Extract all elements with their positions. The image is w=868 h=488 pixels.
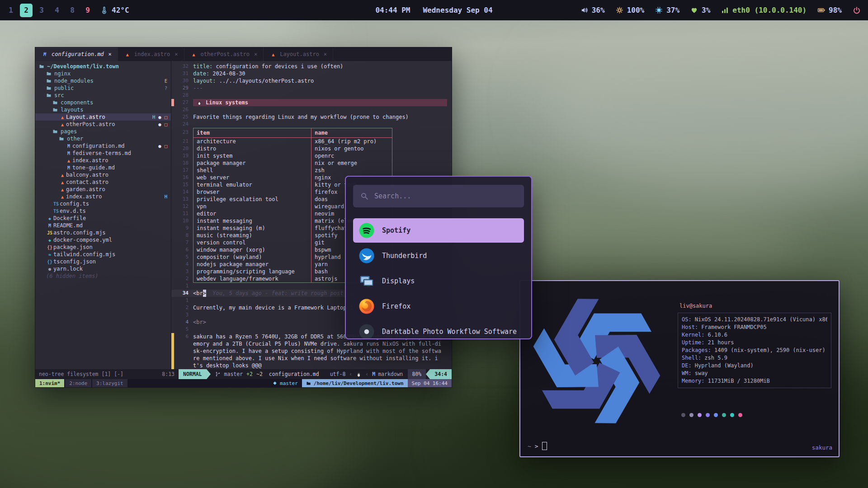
folder-icon [46,85,52,91]
tab-Layout.astro[interactable]: ▲Layout.astro× [264,47,333,61]
tab-close-icon[interactable]: × [254,51,257,57]
tree-item[interactable]: node_modulesE [35,77,171,84]
heart-module[interactable]: 3% [690,6,710,14]
battery-module[interactable]: 98% [817,6,842,14]
tab-close-icon[interactable]: × [324,51,327,57]
palette-dot [722,413,726,417]
tree-item[interactable]: {}tsconfig.json [35,258,171,265]
neotree-cursor-pos: 8:13 [162,371,175,377]
tree-item[interactable]: {}package.json [35,244,171,251]
tree-item[interactable]: ◆docker-compose.yml [35,236,171,244]
astro-file-icon: ▲ [65,158,72,163]
tab-index.astro[interactable]: ▲index.astro× [118,47,184,61]
tree-item[interactable]: Mconfiguration.md●□ [35,142,171,150]
tree-item[interactable]: TSenv.d.ts [35,207,171,215]
launcher-item-spotify[interactable]: Spotify [353,218,524,243]
tab-configuration.md[interactable]: Mconfiguration.md× [35,47,118,61]
tree-item-label: tone-guide.md [72,164,115,171]
fetch-label: DE: [682,362,692,370]
chip-module[interactable]: 37% [655,6,679,14]
launcher-results: SpotifyThunderbirdDisplaysFirefoxDarktab… [353,218,524,339]
tree-item-label: tsconfig.json [53,258,96,265]
workspace-8[interactable]: 8 [66,4,79,17]
tab-close-icon[interactable]: × [108,51,112,57]
tree-item[interactable]: pages [35,128,171,135]
workspace-1[interactable]: 1 [5,4,17,17]
palette-dot [689,413,693,417]
markdown-filetype-icon: M [372,371,375,377]
table-cell-item: item [193,128,311,138]
html-tag: <br [193,290,203,297]
tree-item[interactable]: ▲index.astroH [35,193,171,200]
line-number: 26 [174,106,193,113]
workspace-3[interactable]: 3 [35,4,48,17]
tree-item[interactable]: other [35,135,171,142]
launcher-item-thunderbird[interactable]: Thunderbird [353,244,524,268]
launcher-item-displays[interactable]: Displays [353,269,524,293]
volume-module[interactable]: 36% [580,6,605,14]
tree-item[interactable]: layouts [35,106,171,113]
tmux-window-1:nvim*[interactable]: 1:nvim* [35,379,64,387]
tree-item[interactable]: nginx [35,70,171,77]
tmux-window-2:node[interactable]: 2:node [65,379,91,387]
network-module[interactable]: eth0 (10.0.0.140) [721,6,807,14]
tree-item[interactable]: ▲garden.astro [35,186,171,193]
tree-item[interactable]: src [35,92,171,99]
tree-item[interactable]: Mfediverse-terms.md [35,150,171,157]
workspace-2[interactable]: 2 [20,4,33,17]
powerline-arrow [207,369,211,379]
tree-item[interactable]: ▲Layout.astroH●□ [35,113,171,121]
darktable-icon [359,324,375,339]
fetch-value: 1409 (nix-system), 2590 (nix-user) [714,347,826,354]
ts-file-icon: TS [52,209,60,214]
tree-item[interactable]: MREADME.md [35,222,171,229]
frontmatter-value: ../../layouts/otherPost.astro [216,77,314,84]
thunderbird-icon [359,248,375,264]
launcher-item-firefox[interactable]: Firefox [353,294,524,319]
tree-item[interactable]: ●yarn.lock [35,265,171,272]
power-button[interactable] [853,6,861,14]
tree-root[interactable]: ~/Development/liv.town [35,63,171,70]
line-number: 12 [174,203,193,210]
power-icon [853,6,861,14]
tab-label: Layout.astro [280,51,319,57]
tree-item[interactable]: ▲balcony.astro [35,171,171,178]
tree-badge: ? [165,85,167,91]
line-number: 4 [174,319,193,326]
launcher-item-darktable[interactable]: Darktable Photo Workflow Software [353,319,524,339]
js-file-icon: JS [46,230,53,235]
workspaces: 123489 [5,4,94,17]
workspace-4[interactable]: 4 [51,4,63,17]
line-number: 9 [174,225,193,232]
terminal-window[interactable]: liv@sakura OS:NixOS 24.11.20240828.71e91… [519,280,840,457]
md-file-icon: M [65,151,72,156]
tree-item[interactable]: ≈tailwind.config.mjs [35,251,171,258]
palette-dot [730,413,734,417]
tab-close-icon[interactable]: × [175,51,178,57]
gear-module[interactable]: 100% [616,6,645,14]
line-text: <br> [193,319,206,326]
table-cell-item: shell [193,167,311,174]
tree-item[interactable]: (6 hidden items) [35,272,171,280]
scroll-progress: 80% [408,369,426,379]
tailwind-file-icon: ≈ [46,252,53,257]
tab-otherPost.astro[interactable]: ▲otherPost.astro× [184,47,264,61]
folder-icon [46,71,52,76]
fetch-label: OS: [682,316,692,324]
tree-item[interactable]: TSconfig.ts [35,200,171,207]
tree-item[interactable]: JSastro.config.mjs [35,229,171,236]
workspace-9[interactable]: 9 [81,4,94,17]
linux-penguin-icon [356,371,362,377]
buffer-line: 25Favorite things regarding Linux and my… [171,113,452,121]
table-cell-item: programming/scripting language [193,268,311,275]
tree-item[interactable]: components [35,99,171,106]
tree-item[interactable]: ◆Dockerfile [35,215,171,222]
tree-item[interactable]: public? [35,84,171,92]
tree-item[interactable]: Mtone-guide.md [35,164,171,171]
tree-item[interactable]: ▲contact.astro [35,178,171,186]
tree-item[interactable]: ▲otherPost.astro●□ [35,121,171,128]
tmux-window-3:lazygit[interactable]: 3:lazygit [92,379,127,387]
tree-item[interactable]: ▲index.astro [35,157,171,164]
gear-value: 100% [627,6,645,14]
launcher-search-input[interactable]: Search... [353,185,524,207]
